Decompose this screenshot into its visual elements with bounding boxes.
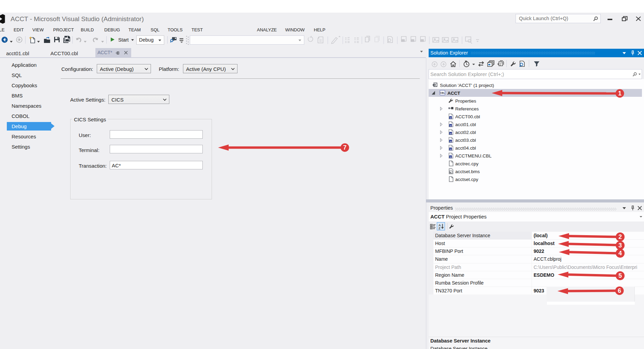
svg-text:4: 4 <box>618 250 622 257</box>
svg-text:5: 5 <box>618 272 622 279</box>
svg-text:1: 1 <box>618 90 622 97</box>
svg-text:3: 3 <box>618 242 622 249</box>
svg-text:2: 2 <box>618 233 622 240</box>
svg-text:6: 6 <box>618 287 621 294</box>
svg-text:7: 7 <box>343 144 347 151</box>
